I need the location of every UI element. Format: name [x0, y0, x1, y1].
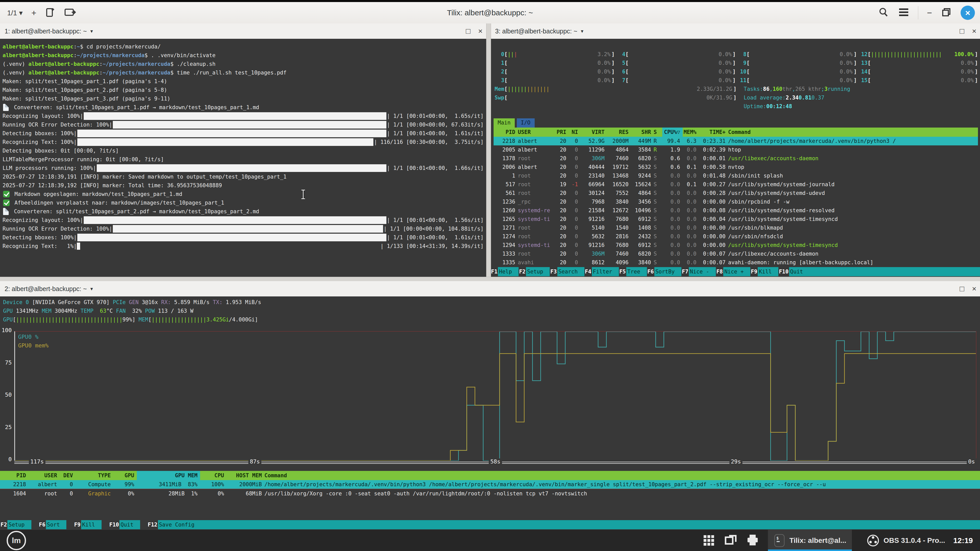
process-row[interactable]: 517root19-1669641652015624S0.00.10:00.27…: [493, 180, 978, 189]
fkey-f6[interactable]: F6: [647, 267, 654, 276]
taskbar-window-tilix[interactable]: $ Tilix: albert@al...: [768, 530, 852, 551]
taskbar-clock[interactable]: 12:19: [953, 536, 973, 545]
fkey-f9[interactable]: F9: [750, 267, 758, 276]
column-header-time[interactable]: TIME+: [699, 127, 728, 137]
column-header-shr[interactable]: SHR: [631, 127, 654, 137]
fkey-label[interactable]: Kill: [758, 267, 778, 276]
fkey-f10[interactable]: F10: [109, 520, 119, 529]
column-header-gpu[interactable]: GPU: [113, 471, 137, 480]
new-terminal-down-button[interactable]: [45, 6, 56, 19]
fkey-f9[interactable]: F9: [73, 520, 81, 529]
column-header-gpumem[interactable]: GPU MEM: [137, 471, 200, 480]
column-header-pid[interactable]: PID: [0, 471, 29, 480]
fkey-label[interactable]: Help: [498, 267, 519, 276]
fkey-label[interactable]: Sort: [46, 520, 67, 529]
process-row[interactable]: 1236_rpc200796838403456S0.00.00:00.00/sb…: [493, 197, 978, 206]
pane3-maximize-button[interactable]: □: [959, 27, 964, 35]
fkey-label[interactable]: Quit: [119, 520, 140, 529]
taskbar-window-obs[interactable]: OBS 31.0.4 - Pro...: [861, 530, 951, 551]
column-header-command[interactable]: Command: [728, 127, 978, 137]
minimize-button[interactable]: −: [927, 8, 932, 17]
session-switcher[interactable]: 1/1 ▾: [7, 9, 23, 17]
fkey-f1[interactable]: F1: [490, 267, 498, 276]
process-row[interactable]: 2006albert20040444197125632S0.60.10:00.5…: [493, 163, 978, 171]
fkey-label[interactable]: Search: [557, 267, 584, 276]
chevron-down-icon[interactable]: ▾: [581, 28, 584, 34]
fkey-f5[interactable]: F5: [619, 267, 626, 276]
column-header-pri[interactable]: PRI: [554, 127, 569, 137]
chevron-down-icon[interactable]: ▾: [90, 28, 93, 34]
fkey-f2[interactable]: F2: [519, 267, 526, 276]
fkey-f8[interactable]: F8: [716, 267, 723, 276]
new-terminal-right-button[interactable]: [64, 6, 76, 19]
column-header-s[interactable]: S: [654, 127, 662, 137]
pane1-close-button[interactable]: ×: [478, 27, 483, 35]
process-row[interactable]: 1294systemd-ti2009121676806912S0.00.00:0…: [493, 241, 978, 249]
process-row[interactable]: 1260systemd-re200215841267210496S0.00.00…: [493, 206, 978, 215]
fkey-f6[interactable]: F6: [38, 520, 46, 529]
pane3-close-button[interactable]: ×: [972, 27, 977, 35]
column-header-virt[interactable]: VIRT: [581, 127, 607, 137]
fkey-label[interactable]: Kill: [81, 520, 102, 529]
fkey-label[interactable]: Nice -: [689, 267, 716, 276]
fkey-f10[interactable]: F10: [778, 267, 789, 276]
fkey-label[interactable]: Setup: [526, 267, 550, 276]
pane2-close-button[interactable]: ×: [972, 285, 977, 292]
process-row[interactable]: 1271root200514015401408S0.00.00:00.00/us…: [493, 224, 978, 232]
fkey-label[interactable]: SortBy: [654, 267, 681, 276]
fkey-label[interactable]: Setup: [7, 520, 31, 529]
menu-button-mint-logo[interactable]: lm: [6, 531, 26, 550]
process-row[interactable]: 1root20023140134689244S0.00.00:01.48/sbi…: [493, 171, 978, 180]
column-header-hostmem[interactable]: HOST MEM: [227, 471, 264, 480]
process-row[interactable]: 1265systemd-ti2009121676806912S0.00.00:0…: [493, 215, 978, 224]
column-header-command[interactable]: Command: [264, 471, 980, 480]
fkey-label[interactable]: Save Config: [158, 520, 980, 529]
app-grid-button[interactable]: [703, 534, 715, 548]
process-row[interactable]: 2218albert20052.9G2000M449MR99.46.30:23.…: [493, 137, 978, 145]
htop-tab-i/o[interactable]: I/O: [517, 118, 535, 127]
menu-button[interactable]: [898, 7, 909, 18]
gpu-process-row[interactable]: 2218albert0Compute99%3411MiB 83%100%2000…: [0, 480, 980, 489]
fkey-label[interactable]: Quit: [789, 267, 810, 276]
fkey-label[interactable]: Nice +: [723, 267, 750, 276]
process-row[interactable]: 1335avahi200861240963840S0.00.00:00.07av…: [493, 258, 978, 267]
pane1-maximize-button[interactable]: □: [466, 27, 470, 35]
fkey-f2[interactable]: F2: [0, 520, 7, 529]
nvtop-table-header[interactable]: PIDUSERDEVTYPEGPUGPU MEMCPUHOST MEMComma…: [0, 471, 980, 480]
printer-applet-button[interactable]: [746, 534, 759, 548]
process-row[interactable]: 561root2003012475524864S0.00.00:00.28/us…: [493, 189, 978, 197]
column-header-user[interactable]: USER: [29, 471, 60, 480]
fkey-label[interactable]: Tree: [626, 267, 647, 276]
column-header-type[interactable]: TYPE: [76, 471, 113, 480]
restore-button[interactable]: [941, 6, 952, 19]
process-row[interactable]: 1378root200306M74606820S0.60.00:00.01/us…: [493, 154, 978, 163]
search-button[interactable]: [878, 6, 889, 19]
pane-divider-vertical[interactable]: [486, 24, 491, 277]
pane2-maximize-button[interactable]: □: [959, 285, 964, 292]
htop-table-header[interactable]: PIDUSERPRINIVIRTRESSHRSCPU%▽MEM%TIME+Com…: [493, 127, 978, 137]
window-list-button[interactable]: [724, 534, 737, 548]
new-session-button[interactable]: +: [32, 8, 37, 17]
close-button[interactable]: ×: [961, 6, 975, 20]
gpu-process-row[interactable]: 1604root0Graphic0%28MiB 1%0%68MiB/usr/li…: [0, 489, 980, 498]
chevron-down-icon[interactable]: ▾: [90, 286, 93, 292]
fkey-f4[interactable]: F4: [584, 267, 592, 276]
terminal-pane2-nvtop[interactable]: Device 0 [NVIDIA GeForce GTX 970] PCIe G…: [0, 297, 980, 530]
fkey-f7[interactable]: F7: [681, 267, 689, 276]
column-header-dev[interactable]: DEV: [60, 471, 76, 480]
fkey-f12[interactable]: F12: [147, 520, 158, 529]
htop-tab-main[interactable]: Main: [493, 118, 515, 127]
column-header-cpu[interactable]: CPU: [200, 471, 227, 480]
column-header-cpu[interactable]: CPU%▽: [662, 127, 682, 137]
column-header-ni[interactable]: NI: [569, 127, 581, 137]
fkey-f3[interactable]: F3: [550, 267, 557, 276]
process-row[interactable]: 2005albert2001129648643584R1.90.00:02.39…: [493, 145, 978, 154]
column-header-res[interactable]: RES: [607, 127, 631, 137]
process-row[interactable]: 1333root200306M74606820S0.00.00:00.07/us…: [493, 249, 978, 258]
column-header-user[interactable]: USER: [518, 127, 554, 137]
column-header-pid[interactable]: PID: [493, 127, 518, 137]
process-row[interactable]: 1274root200563228162432S0.00.00:00.00/us…: [493, 232, 978, 241]
terminal-pane3-htop[interactable]: 0[|||3.2%]4[0.0%]8[0.0%]12[|||||||||||||…: [490, 39, 980, 277]
column-header-mem[interactable]: MEM%: [682, 127, 699, 137]
fkey-label[interactable]: Filter: [592, 267, 619, 276]
